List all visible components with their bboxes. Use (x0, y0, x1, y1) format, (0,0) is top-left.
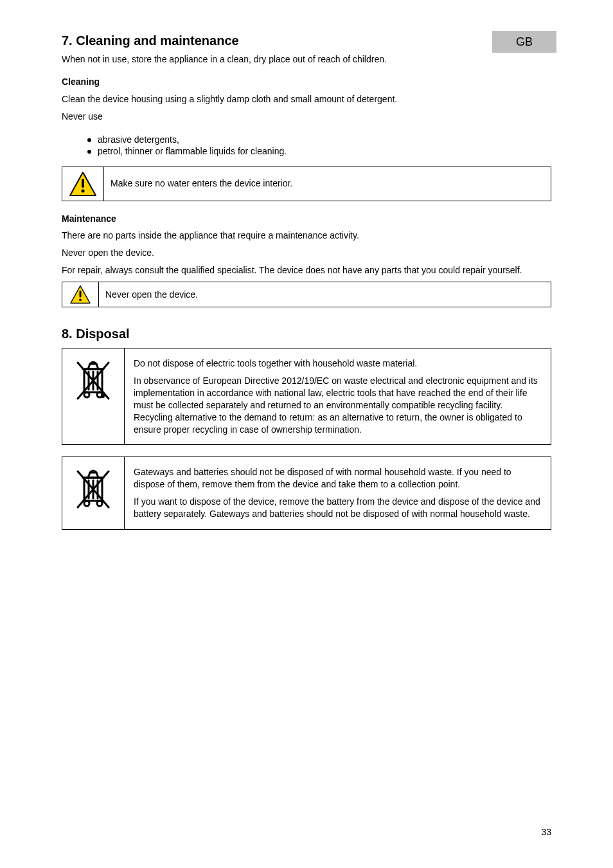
bullet-icon (87, 150, 91, 154)
paragraph: There are no parts inside the appliance … (62, 230, 551, 242)
list-item: abrasive detergents, (87, 134, 551, 145)
disposal-text: Do not dispose of electric tools togethe… (125, 348, 551, 445)
warning-box: Make sure no water enters the device int… (62, 167, 551, 201)
crossed-bin-icon (74, 357, 112, 404)
disposal-box: Do not dispose of electric tools togethe… (62, 348, 551, 445)
warning-text: Never open the device. (99, 282, 551, 307)
page: GB 7. Cleaning and maintenance When not … (0, 0, 613, 868)
svg-point-5 (79, 299, 82, 302)
svg-rect-1 (82, 179, 84, 188)
paragraph: Gateways and batteries should not be dis… (134, 466, 542, 491)
svg-point-14 (101, 394, 105, 398)
warning-text: Make sure no water enters the device int… (104, 167, 551, 201)
svg-rect-4 (80, 291, 82, 298)
paragraph: If you want to dispose of the device, re… (134, 496, 542, 520)
paragraph: In observance of European Directive 2012… (134, 375, 542, 435)
warning-icon-cell (62, 167, 104, 201)
svg-point-19 (84, 501, 89, 506)
bullet-icon (87, 138, 91, 142)
svg-point-10 (84, 392, 89, 397)
weee-icon-cell (62, 457, 125, 530)
warning-box: Never open the device. (62, 282, 551, 307)
subheading: Maintenance (62, 213, 551, 225)
warning-icon-cell (62, 282, 99, 307)
list-item-text: abrasive detergents, (98, 134, 179, 145)
subheading: Cleaning (62, 76, 551, 88)
crossed-bin-icon (74, 466, 112, 512)
section-heading-7: 7. Cleaning and maintenance (62, 33, 551, 48)
list-item: petrol, thinner or flammable liquids for… (87, 146, 551, 156)
svg-point-20 (97, 501, 102, 506)
warning-icon (69, 171, 97, 197)
disposal-box: Gateways and batteries should not be dis… (62, 457, 551, 530)
paragraph: Never use (62, 111, 551, 123)
bullet-list: abrasive detergents, petrol, thinner or … (87, 134, 551, 156)
paragraph: When not in use, store the appliance in … (62, 53, 551, 66)
list-item-text: petrol, thinner or flammable liquids for… (98, 146, 287, 156)
paragraph: Never open the device. (62, 247, 551, 259)
section-heading-8: 8. Disposal (62, 325, 551, 343)
language-tab: GB (492, 31, 556, 53)
paragraph: For repair, always consult the qualified… (62, 264, 551, 276)
svg-point-2 (82, 189, 85, 192)
paragraph: Do not dispose of electric tools togethe… (134, 357, 542, 370)
warning-icon (69, 285, 91, 304)
weee-icon-cell (62, 348, 125, 445)
page-number: 33 (541, 827, 551, 837)
disposal-text: Gateways and batteries should not be dis… (125, 457, 551, 530)
language-label: GB (516, 35, 533, 49)
paragraph: Clean the device housing using a slightl… (62, 93, 551, 105)
